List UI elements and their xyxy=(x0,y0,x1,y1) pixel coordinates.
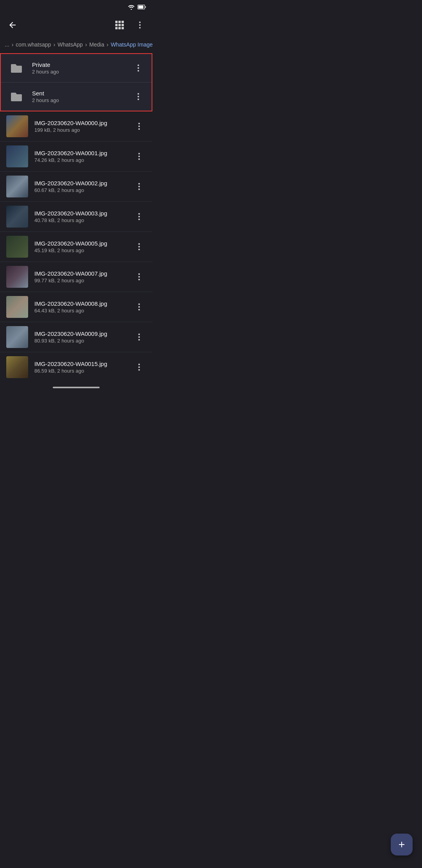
file-thumbnail xyxy=(6,236,28,258)
file-name: IMG-20230620-WA0005.jpg xyxy=(34,240,132,247)
file-info: IMG-20230620-WA0008.jpg 64.43 kB, 2 hour… xyxy=(34,300,132,314)
file-more-button[interactable] xyxy=(132,330,146,344)
more-icon xyxy=(138,273,140,280)
breadcrumb-item-media[interactable]: Media xyxy=(89,41,104,48)
folder-meta: 2 hours ago xyxy=(32,97,131,103)
nav-pill xyxy=(53,387,100,388)
list-item[interactable]: IMG-20230620-WA0007.jpg 99.77 kB, 2 hour… xyxy=(0,262,152,292)
svg-rect-1 xyxy=(138,5,143,9)
folder-name: Private xyxy=(32,61,131,68)
file-info: IMG-20230620-WA0015.jpg 86.59 kB, 2 hour… xyxy=(34,360,132,374)
file-more-button[interactable] xyxy=(132,119,146,133)
file-more-button[interactable] xyxy=(132,210,146,224)
folder-name: Sent xyxy=(32,90,131,97)
grid-icon xyxy=(115,21,124,29)
file-thumbnail xyxy=(6,176,28,197)
app-bar xyxy=(0,14,152,36)
file-meta: 74.26 kB, 2 hours ago xyxy=(34,157,132,163)
file-info: IMG-20230620-WA0009.jpg 80.93 kB, 2 hour… xyxy=(34,330,132,344)
breadcrumb-sep-1: › xyxy=(54,41,55,48)
file-more-button[interactable] xyxy=(132,179,146,194)
file-list: IMG-20230620-WA0000.jpg 199 kB, 2 hours … xyxy=(0,111,152,382)
file-more-button[interactable] xyxy=(132,360,146,374)
file-meta: 45.19 kB, 2 hours ago xyxy=(34,247,132,253)
back-button[interactable] xyxy=(5,17,20,33)
file-info: IMG-20230620-WA0005.jpg 45.19 kB, 2 hour… xyxy=(34,240,132,253)
folder-icon xyxy=(9,61,23,75)
status-bar xyxy=(0,0,152,14)
list-item[interactable]: IMG-20230620-WA0008.jpg 64.43 kB, 2 hour… xyxy=(0,292,152,322)
folder-info: Private 2 hours ago xyxy=(32,61,131,75)
status-icons xyxy=(127,4,146,10)
more-icon xyxy=(138,65,139,72)
folder-meta: 2 hours ago xyxy=(32,69,131,75)
wifi-icon xyxy=(127,4,135,10)
file-more-button[interactable] xyxy=(132,270,146,284)
breadcrumb-item-comwhatsapp[interactable]: com.whatsapp xyxy=(16,41,51,48)
breadcrumb-sep-0: › xyxy=(12,41,14,48)
file-info: IMG-20230620-WA0000.jpg 199 kB, 2 hours … xyxy=(34,120,132,133)
file-info: IMG-20230620-WA0003.jpg 40.78 kB, 2 hour… xyxy=(34,210,132,223)
list-item[interactable]: IMG-20230620-WA0009.jpg 80.93 kB, 2 hour… xyxy=(0,322,152,352)
file-info: IMG-20230620-WA0001.jpg 74.26 kB, 2 hour… xyxy=(34,150,132,163)
file-thumbnail xyxy=(6,326,28,348)
file-name: IMG-20230620-WA0009.jpg xyxy=(34,330,132,337)
file-more-button[interactable] xyxy=(132,240,146,254)
file-name: IMG-20230620-WA0015.jpg xyxy=(34,360,132,367)
file-name: IMG-20230620-WA0001.jpg xyxy=(34,150,132,156)
list-item[interactable]: IMG-20230620-WA0005.jpg 45.19 kB, 2 hour… xyxy=(0,231,152,262)
more-icon xyxy=(138,123,140,130)
list-item[interactable]: IMG-20230620-WA0015.jpg 86.59 kB, 2 hour… xyxy=(0,352,152,382)
more-options-button[interactable] xyxy=(132,17,148,33)
breadcrumb-item-whatsapp-images[interactable]: WhatsApp Images xyxy=(111,41,152,48)
folder-more-button[interactable] xyxy=(131,90,145,104)
folder-thumb xyxy=(7,87,26,106)
file-meta: 86.59 kB, 2 hours ago xyxy=(34,368,132,374)
list-item[interactable]: Private 2 hours ago xyxy=(1,54,152,82)
file-thumbnail xyxy=(6,296,28,318)
breadcrumb-item-whatsapp[interactable]: WhatsApp xyxy=(57,41,83,48)
file-meta: 99.77 kB, 2 hours ago xyxy=(34,278,132,283)
file-meta: 80.93 kB, 2 hours ago xyxy=(34,338,132,344)
list-item[interactable]: IMG-20230620-WA0001.jpg 74.26 kB, 2 hour… xyxy=(0,141,152,171)
folder-info: Sent 2 hours ago xyxy=(32,90,131,103)
breadcrumb-sep-2: › xyxy=(85,41,87,48)
grid-view-button[interactable] xyxy=(112,17,127,33)
more-icon xyxy=(138,213,140,220)
file-thumbnail xyxy=(6,115,28,137)
battery-icon xyxy=(138,5,146,9)
file-name: IMG-20230620-WA0000.jpg xyxy=(34,120,132,126)
file-thumbnail xyxy=(6,206,28,228)
more-icon xyxy=(138,183,140,190)
folder-thumb xyxy=(7,59,26,77)
file-more-button[interactable] xyxy=(132,149,146,163)
more-icon xyxy=(138,153,140,160)
breadcrumb: ... › com.whatsapp › WhatsApp › Media › … xyxy=(0,36,152,53)
more-icon xyxy=(139,22,141,29)
breadcrumb-sep-3: › xyxy=(107,41,109,48)
list-item[interactable]: IMG-20230620-WA0003.jpg 40.78 kB, 2 hour… xyxy=(0,201,152,231)
folder-more-button[interactable] xyxy=(131,61,145,75)
more-icon xyxy=(138,334,140,341)
file-meta: 64.43 kB, 2 hours ago xyxy=(34,308,132,314)
folder-section: Private 2 hours ago Sent 2 hours ago xyxy=(0,53,152,111)
file-meta: 40.78 kB, 2 hours ago xyxy=(34,217,132,223)
list-item[interactable]: Sent 2 hours ago xyxy=(1,82,152,111)
file-name: IMG-20230620-WA0008.jpg xyxy=(34,300,132,307)
file-info: IMG-20230620-WA0007.jpg 99.77 kB, 2 hour… xyxy=(34,270,132,283)
file-name: IMG-20230620-WA0002.jpg xyxy=(34,180,132,187)
file-thumbnail xyxy=(6,266,28,288)
file-name: IMG-20230620-WA0007.jpg xyxy=(34,270,132,277)
file-more-button[interactable] xyxy=(132,300,146,314)
file-meta: 60.67 kB, 2 hours ago xyxy=(34,187,132,193)
breadcrumb-item-ellipsis[interactable]: ... xyxy=(5,41,9,48)
file-info: IMG-20230620-WA0002.jpg 60.67 kB, 2 hour… xyxy=(34,180,132,193)
list-item[interactable]: IMG-20230620-WA0002.jpg 60.67 kB, 2 hour… xyxy=(0,171,152,201)
more-icon xyxy=(138,303,140,310)
more-icon xyxy=(138,243,140,250)
file-name: IMG-20230620-WA0003.jpg xyxy=(34,210,132,217)
more-icon xyxy=(138,93,139,100)
list-item[interactable]: IMG-20230620-WA0000.jpg 199 kB, 2 hours … xyxy=(0,111,152,141)
more-icon xyxy=(138,364,140,371)
file-meta: 199 kB, 2 hours ago xyxy=(34,127,132,133)
